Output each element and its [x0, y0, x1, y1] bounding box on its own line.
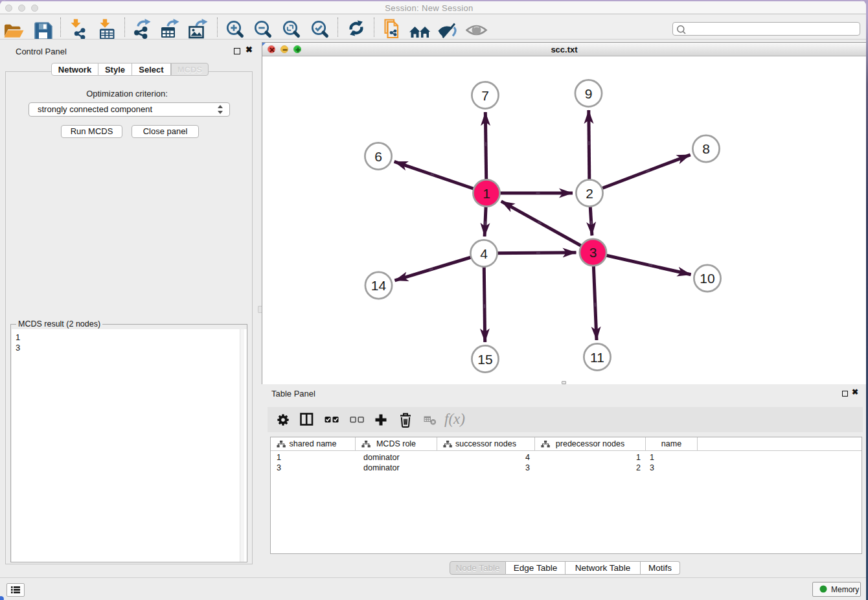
svg-text:6: 6	[374, 149, 382, 164]
svg-text:15: 15	[477, 352, 492, 367]
svg-text:2: 2	[586, 186, 593, 201]
svg-text:10: 10	[700, 271, 714, 286]
svg-text:8: 8	[702, 141, 710, 156]
svg-text:11: 11	[590, 350, 604, 365]
svg-text:1: 1	[483, 186, 490, 201]
svg-text:9: 9	[585, 86, 593, 101]
svg-text:4: 4	[480, 246, 488, 261]
svg-text:3: 3	[589, 245, 597, 260]
svg-text:14: 14	[371, 278, 387, 293]
svg-text:7: 7	[481, 88, 489, 103]
